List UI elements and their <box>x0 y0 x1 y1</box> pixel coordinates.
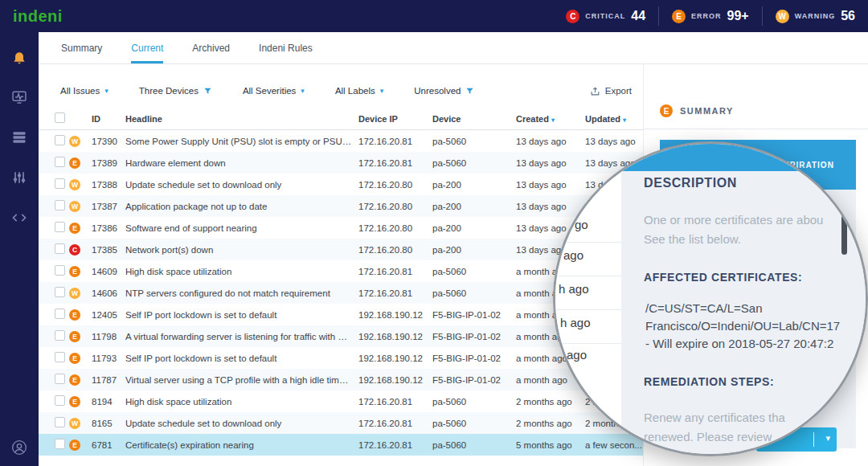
row-checkbox[interactable] <box>55 417 65 427</box>
chevron-down-icon: ▾ <box>825 433 830 444</box>
profile-icon[interactable] <box>10 439 28 456</box>
row-device-ip: 172.16.20.81 <box>358 158 432 168</box>
row-device: pa-5060 <box>432 440 516 450</box>
tab-current[interactable]: Current <box>131 32 163 63</box>
tab-label: Indeni Rules <box>259 43 313 54</box>
table-row[interactable]: E 11787 Virtual server using a TCP profi… <box>39 369 643 390</box>
row-device: F5-BIG-IP-01-02 <box>432 332 516 341</box>
row-checkbox[interactable] <box>55 178 65 189</box>
row-checkbox[interactable] <box>55 243 65 254</box>
issues-filter-dropdown[interactable]: All Issues ▾ <box>60 86 108 96</box>
resolution-filter[interactable]: Unresolved <box>414 86 474 96</box>
divider <box>555 343 621 344</box>
row-updated: 13 days ago <box>585 137 643 146</box>
table-row[interactable]: E 6781 Certificate(s) expiration nearing… <box>39 434 643 456</box>
severity-badge: E <box>69 309 80 321</box>
warning-label: WARNING <box>795 12 836 20</box>
table-row[interactable]: E 17386 Software end of support nearing … <box>39 217 643 239</box>
tab-summary[interactable]: Summary <box>61 32 102 63</box>
row-device-ip: 172.16.20.80 <box>358 180 432 190</box>
column-created-sort[interactable]: Created▾ <box>516 114 585 124</box>
topbar: indeni C CRITICAL 44 E ERROR 99+ W WARNI… <box>0 0 868 32</box>
magnified-text-fragment: h ago <box>560 316 591 329</box>
sort-caret-icon: ▾ <box>623 117 626 124</box>
alert-counters: C CRITICAL 44 E ERROR 99+ W WARNING 56 <box>553 0 868 32</box>
row-device-ip: 192.168.190.12 <box>358 310 432 320</box>
row-device-ip: 172.16.20.81 <box>358 288 432 298</box>
code-icon[interactable] <box>10 209 28 227</box>
table-row[interactable]: E 8194 High disk space utilization 172.1… <box>39 390 643 412</box>
row-id: 17389 <box>92 158 125 168</box>
tab-indeni-rules[interactable]: Indeni Rules <box>259 32 313 63</box>
row-created: 13 days ago <box>516 137 585 146</box>
rows-list-icon[interactable] <box>10 129 28 146</box>
row-checkbox[interactable] <box>55 309 65 319</box>
tab-bar: Summary Current Archived Indeni Rules <box>39 32 868 64</box>
row-created: 13 days ago <box>516 158 585 168</box>
row-checkbox[interactable] <box>55 439 65 449</box>
table-row[interactable]: E 11793 Self IP port lockdown is set to … <box>39 347 643 369</box>
export-button[interactable]: Export <box>590 86 632 96</box>
row-checkbox[interactable] <box>55 374 65 384</box>
critical-label: CRITICAL <box>585 12 625 20</box>
row-id: 17386 <box>92 223 125 233</box>
row-checkbox[interactable] <box>55 200 65 211</box>
row-checkbox[interactable] <box>55 330 65 341</box>
row-checkbox[interactable] <box>55 287 65 297</box>
remediation-text: renewed. Please review <box>644 430 772 444</box>
row-id: 14609 <box>92 267 125 276</box>
bell-icon[interactable] <box>10 48 28 66</box>
column-updated-label: Updated <box>585 114 620 124</box>
row-checkbox[interactable] <box>55 135 65 145</box>
row-checkbox[interactable] <box>55 395 65 406</box>
tab-label: Summary <box>61 43 102 54</box>
severity-badge: C <box>69 244 80 255</box>
severities-filter-dropdown[interactable]: All Severities ▾ <box>243 86 305 96</box>
chevron-down-icon: ▾ <box>301 87 305 95</box>
column-headline: Headline <box>125 114 358 124</box>
column-id: ID <box>92 114 125 124</box>
chevron-down-icon: ▾ <box>380 87 384 95</box>
table-row[interactable]: C 17385 Network port(s) down 172.16.20.8… <box>39 239 643 260</box>
warning-severity-icon: W <box>776 10 789 23</box>
row-created: 13 days ago <box>516 202 585 211</box>
table-row[interactable]: E 12405 Self IP port lockdown is set to … <box>39 304 643 325</box>
description-heading: DESCRIPTION <box>644 176 737 190</box>
labels-filter-dropdown[interactable]: All Labels ▾ <box>335 86 383 96</box>
magnified-text-fragment: go <box>575 218 588 231</box>
table-row[interactable]: E 17389 Hardware element down 172.16.20.… <box>39 152 643 174</box>
table-row[interactable]: W 17388 Update schedule set to download … <box>39 174 643 195</box>
error-counter[interactable]: E ERROR 99+ <box>658 6 762 26</box>
critical-counter[interactable]: C CRITICAL 44 <box>553 6 658 26</box>
row-checkbox[interactable] <box>55 157 65 167</box>
row-id: 17385 <box>92 245 125 255</box>
select-all-checkbox[interactable] <box>55 112 65 123</box>
devices-filter[interactable]: Three Devices <box>139 86 212 96</box>
table-row[interactable]: W 17390 Some Power Supply Unit (PSU) slo… <box>39 130 643 152</box>
critical-severity-icon: C <box>566 10 579 23</box>
issues-table: ID Headline Device IP Device Created▾ Up… <box>39 108 643 456</box>
row-headline: Certificate(s) expiration nearing <box>125 440 358 450</box>
table-row[interactable]: E 14609 High disk space utilization 172.… <box>39 260 643 282</box>
row-headline: Application package not up to date <box>125 202 358 211</box>
row-checkbox[interactable] <box>55 222 65 232</box>
sliders-icon[interactable] <box>10 169 28 186</box>
table-row[interactable]: W 8165 Update schedule set to download o… <box>39 412 643 434</box>
row-headline: Update schedule set to download only <box>125 180 358 190</box>
error-severity-icon: E <box>672 10 686 23</box>
table-row[interactable]: E 11798 A virtual forwarding server is l… <box>39 325 643 347</box>
row-headline: A virtual forwarding server is listening… <box>125 332 358 341</box>
warning-counter[interactable]: W WARNING 56 <box>762 6 868 26</box>
row-checkbox[interactable] <box>55 352 65 362</box>
monitoring-icon[interactable] <box>10 88 28 106</box>
table-row[interactable]: W 17387 Application package not up to da… <box>39 195 643 217</box>
critical-count: 44 <box>631 9 645 23</box>
row-checkbox[interactable] <box>55 265 65 276</box>
description-text: One or more certificates are abou <box>644 213 823 227</box>
tab-archived[interactable]: Archived <box>192 32 230 63</box>
row-device-ip: 172.16.20.80 <box>358 223 432 233</box>
column-updated-sort[interactable]: Updated▾ <box>585 114 643 124</box>
remediation-text: Renew any certificates tha <box>644 411 785 424</box>
table-header: ID Headline Device IP Device Created▾ Up… <box>39 108 643 130</box>
row-device: F5-BIG-IP-01-02 <box>432 310 516 320</box>
